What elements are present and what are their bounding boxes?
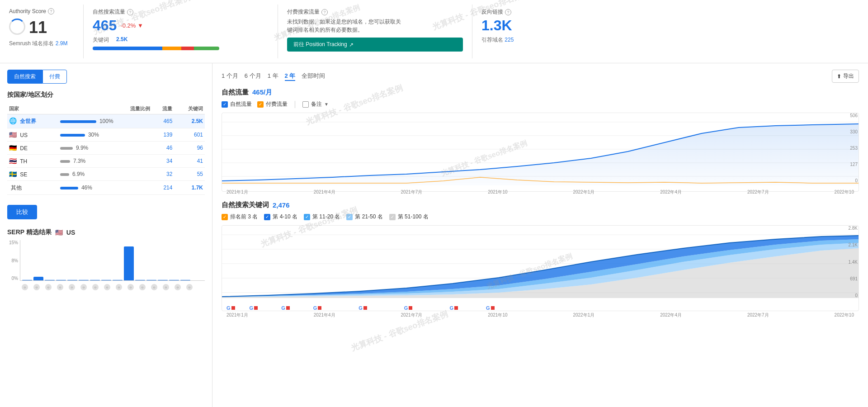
legend-notes[interactable]: 备注 ▼: [302, 100, 329, 108]
compare-button[interactable]: 比较: [7, 205, 37, 219]
organic-progress-bar: [93, 47, 219, 50]
organic-info-icon[interactable]: ?: [127, 9, 133, 15]
progress-seg-1: [93, 47, 162, 50]
legend-21-50[interactable]: ✓ 第 21-50 名: [346, 213, 382, 221]
country-table: 国家 流量比例 流量 关键词 🌐 全世界 100% 465 2.5K 🇺🇸: [7, 104, 205, 195]
authority-semrush: Semrush 域名排名 2.9M: [9, 40, 74, 47]
semrush-rank-link[interactable]: 2.9M: [56, 40, 68, 47]
chart2-bottom: G G G G G G G G: [222, 304, 859, 320]
time-btn-all[interactable]: 全部时间: [302, 72, 325, 81]
legend-top3[interactable]: ✓ 排名前 3 名: [222, 213, 258, 221]
chart1-title: 自然流量 465/月: [222, 88, 859, 97]
serp-title: SERP 精选结果 🇺🇸 US: [7, 228, 205, 237]
authority-circle: [9, 19, 25, 35]
chart2-svg: [222, 230, 859, 303]
table-row[interactable]: 🇹🇭 TH 7.3% 34 41: [7, 155, 205, 168]
chart1-y-labels: 506 330 253 127 0: [850, 113, 858, 183]
th-country: 国家: [7, 104, 58, 114]
chart2-legend: ✓ 排名前 3 名 ✓ 第 4-10 名 ✓ 第 11-20 名: [222, 213, 859, 221]
serp-icon: ○: [67, 284, 77, 291]
progress-seg-2: [162, 47, 181, 50]
metrics-bar: 光算科技 - 谷歌seo排名案例 光算科技 - 谷歌seo排名案例 光算科技 -…: [0, 0, 868, 63]
time-btn-1y[interactable]: 1 年: [268, 72, 278, 81]
serp-icon: ○: [114, 284, 124, 291]
right-panel: 光算科技 - 谷歌seo排名案例 光算科技 - 谷歌seo排名案例 光算科技 -…: [212, 63, 868, 407]
tab-paid[interactable]: 付費: [42, 70, 67, 84]
serp-icon: ○: [55, 284, 65, 291]
serp-bar: [22, 280, 32, 280]
legend-51-100[interactable]: ✓ 第 51-100 名: [389, 213, 429, 221]
serp-icon: ○: [32, 284, 42, 291]
time-btn-2y[interactable]: 2 年: [285, 72, 296, 81]
serp-bar: [67, 280, 77, 280]
organic-value: 465: [93, 18, 117, 33]
legend-4-10-check: ✓: [264, 214, 270, 220]
serp-bar: [33, 277, 43, 280]
serp-y-axis: 15% 8% 0%: [7, 240, 20, 281]
legend-11-20-check: ✓: [304, 214, 310, 220]
organic-value-row: 465 -0.2% ▼: [93, 18, 269, 33]
paid-info-icon[interactable]: ?: [321, 9, 328, 15]
chart1-svg: [222, 118, 859, 188]
backlinks-section: 反向链接 ? 1.3K 引荐域名 225: [472, 5, 868, 58]
chart2-value: 2,476: [273, 201, 290, 209]
serp-bar: [45, 280, 55, 280]
chart1-value: 465/月: [252, 88, 272, 97]
time-btn-6m[interactable]: 6 个月: [245, 72, 261, 81]
serp-bars-container: ○○○○○○○○○○○○○○○: [20, 240, 205, 290]
tab-organic[interactable]: 自然搜索: [7, 70, 42, 84]
paid-label: 付费搜索流量 ?: [287, 8, 463, 16]
serp-bar: [79, 280, 89, 280]
chart2-section: 自然搜索关键词 2,476 ✓ 排名前 3 名 ✓ 第 4-10 名: [222, 201, 859, 311]
serp-icon: ○: [149, 284, 159, 291]
backlinks-info-icon[interactable]: ?: [505, 9, 511, 15]
time-btn-1m[interactable]: 1 个月: [222, 72, 238, 81]
chart2-y-labels: 2.8K 2.1K 1.4K 691 0: [848, 226, 858, 298]
table-row[interactable]: 🇩🇪 DE 9.9% 46 96: [7, 142, 205, 155]
legend-organic[interactable]: ✓ 自然流量: [222, 100, 252, 108]
th-traffic-pct: 流量比例: [58, 104, 152, 114]
organic-keywords-link[interactable]: 2.5K: [116, 36, 127, 44]
serp-icon: ○: [126, 284, 136, 291]
serp-bar: [56, 280, 66, 280]
serp-bar: [135, 280, 145, 280]
authority-value-row: 11: [9, 18, 74, 37]
serp-bar: [146, 280, 156, 280]
chart1-wrapper: 2021年1月 2021年4月 2021年7月 2021年10 2022年1月 …: [222, 113, 859, 192]
serp-icon: ○: [102, 284, 112, 291]
legend-notes-check: [302, 101, 309, 108]
authority-score: 11: [29, 18, 47, 37]
legend-21-50-check: ✓: [346, 214, 353, 220]
ref-domains-link[interactable]: 225: [505, 37, 514, 43]
legend-11-20[interactable]: ✓ 第 11-20 名: [304, 213, 340, 221]
legend-4-10[interactable]: ✓ 第 4-10 名: [264, 213, 297, 221]
table-row[interactable]: 🌐 全世界 100% 465 2.5K: [7, 114, 205, 128]
authority-info-icon[interactable]: ?: [48, 8, 54, 14]
serp-icon: ○: [90, 284, 100, 291]
serp-icon: ○: [79, 284, 89, 291]
serp-icon: ○: [161, 284, 171, 291]
table-row[interactable]: 其他 46% 214 1.7K: [7, 181, 205, 195]
th-keywords: 关键词: [174, 104, 205, 114]
organic-stats: 关键词 2.5K: [93, 36, 269, 44]
table-row[interactable]: 🇺🇸 US 30% 139 601: [7, 128, 205, 142]
serp-chart: 15% 8% 0% ○○○○○○○○○○○○○○○: [7, 240, 205, 290]
country-section-title: 按国家/地区划分: [7, 91, 205, 99]
authority-label: Authority Score ?: [9, 8, 74, 14]
time-filter-row: 1 个月 6 个月 1 年 2 年 全部时间 ⬆ 导出: [222, 70, 859, 83]
authority-section: Authority Score ? 11 Semrush 域名排名 2.9M: [0, 5, 84, 58]
serp-icon: ○: [173, 284, 183, 291]
th-traffic: 流量: [152, 104, 174, 114]
backlinks-label: 反向链接 ?: [481, 8, 859, 16]
legend-paid[interactable]: ✓ 付费流量: [257, 100, 288, 108]
export-button[interactable]: ⬆ 导出: [832, 70, 859, 83]
backlinks-refdomains: 引荐域名 225: [481, 36, 859, 44]
serp-bar: [124, 246, 134, 280]
position-tracking-button[interactable]: 前往 Position Tracking ↗: [287, 38, 463, 52]
chart2-wrapper: G G G G G G G G: [222, 225, 859, 311]
chart1-legend: ✓ 自然流量 ✓ 付费流量 备注 ▼: [222, 100, 859, 108]
legend-51-100-check: ✓: [389, 214, 396, 220]
table-row[interactable]: 🇸🇪 SE 6.9% 32 55: [7, 168, 205, 181]
paid-section: 付费搜索流量 ? 未找到数据。如果这是您的域名，您可以获取关键词排名相关的所有必…: [278, 5, 472, 58]
organic-section: 自然搜索流量 ? 465 -0.2% ▼ 关键词 2.5K: [84, 5, 278, 58]
